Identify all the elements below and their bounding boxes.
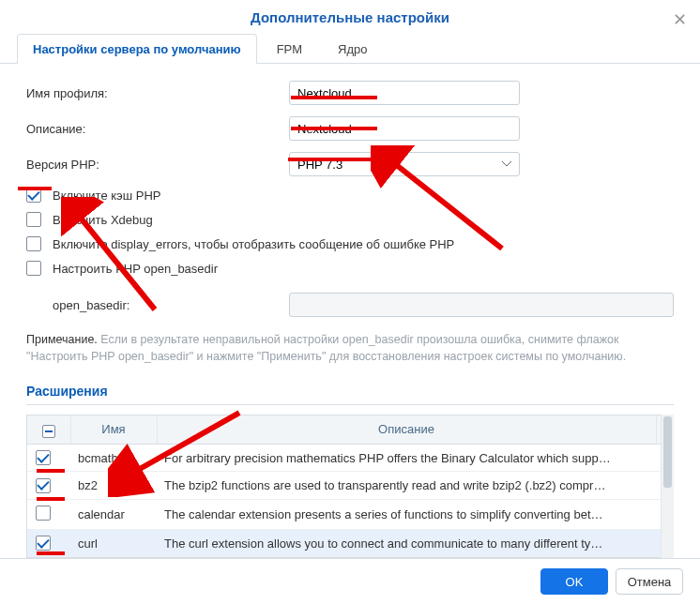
close-icon[interactable]: ✕: [673, 9, 687, 30]
row-php-version: Версия PHP: PHP 7.3: [26, 152, 674, 176]
ext-desc: The curl extension allows you to connect…: [157, 529, 673, 557]
annotation-arrow-icon: [61, 197, 174, 319]
annotation-underline: [291, 96, 377, 99]
extensions-title: Расширения: [26, 384, 674, 399]
col-header-checkbox[interactable]: [27, 415, 70, 444]
php-version-label: Версия PHP:: [26, 158, 289, 172]
svg-line-2: [131, 413, 239, 474]
profile-name-input[interactable]: [289, 81, 520, 105]
table-row[interactable]: calendar The calendar extension presents…: [27, 499, 673, 529]
open-basedir-input: [289, 293, 674, 317]
tab-bar: Настройки сервера по умолчанию FPM Ядро: [0, 33, 700, 64]
table-row[interactable]: curl The curl extension allows you to co…: [27, 529, 673, 557]
scrollbar-thumb[interactable]: [663, 416, 672, 488]
open-basedir-note: Примечание. Если в результате неправильн…: [26, 332, 674, 365]
ok-button[interactable]: OK: [540, 568, 608, 595]
ext-name: calendar: [70, 499, 157, 529]
table-scrollbar[interactable]: [661, 415, 674, 558]
profile-name-label: Имя профиля:: [26, 86, 289, 100]
annotation-underline: [18, 187, 52, 190]
svg-line-0: [389, 159, 502, 249]
checkbox-indeterminate-icon[interactable]: [42, 425, 55, 438]
annotation-arrow-icon: [108, 403, 249, 497]
checkbox-enable-display-errors[interactable]: [26, 236, 41, 251]
checkbox-ext-bcmath[interactable]: [36, 450, 51, 465]
dialog-footer: OK Отмена: [0, 558, 700, 604]
dialog-title: Дополнительные настройки: [251, 9, 449, 25]
checkbox-ext-calendar[interactable]: [36, 506, 51, 521]
dialog-header: Дополнительные настройки ✕: [0, 0, 700, 33]
svg-line-1: [75, 211, 155, 310]
tab-core[interactable]: Ядро: [322, 34, 383, 64]
description-label: Описание:: [26, 122, 289, 136]
cancel-button[interactable]: Отмена: [616, 568, 683, 595]
tab-fpm[interactable]: FPM: [261, 34, 318, 64]
checkbox-configure-open-basedir[interactable]: [26, 261, 41, 276]
annotation-underline: [288, 158, 374, 161]
annotation-underline: [37, 551, 65, 555]
annotation-arrow-icon: [371, 145, 511, 258]
ext-name: curl: [70, 529, 157, 557]
annotation-underline: [291, 127, 377, 130]
tab-server-defaults[interactable]: Настройки сервера по умолчанию: [17, 34, 257, 64]
row-profile-name: Имя профиля:: [26, 81, 674, 105]
checkbox-ext-curl[interactable]: [36, 536, 51, 551]
checkbox-ext-bz2[interactable]: [36, 478, 51, 493]
annotation-underline: [37, 497, 65, 501]
checkbox-enable-xdebug[interactable]: [26, 212, 41, 227]
note-label: Примечание.: [26, 333, 98, 346]
ext-desc: The calendar extension presents a series…: [157, 499, 673, 529]
annotation-underline: [37, 469, 65, 473]
note-text: Если в результате неправильной настройки…: [26, 333, 626, 363]
